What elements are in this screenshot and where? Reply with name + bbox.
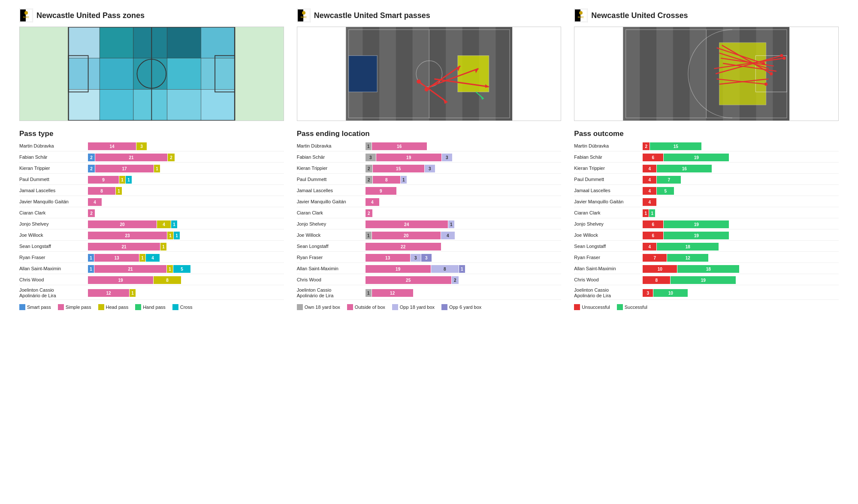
player-name: Jonjo Shelvey bbox=[19, 221, 88, 227]
player-name: Ryan Fraser bbox=[19, 255, 88, 260]
svg-rect-11 bbox=[100, 58, 133, 90]
svg-rect-9 bbox=[201, 27, 235, 58]
panel-title-text-1: Newcastle United Pass zones bbox=[36, 11, 145, 20]
legend-color-swatch bbox=[441, 304, 447, 310]
player-name: Martin Dúbravka bbox=[574, 143, 643, 149]
legend-label: Opp 6 yard box bbox=[449, 305, 481, 310]
bar-segment: 1 bbox=[167, 232, 173, 239]
main-container: NUFC Newcastle United Pass zones bbox=[0, 0, 858, 319]
svg-point-80 bbox=[783, 57, 786, 60]
bar-segment: 2 bbox=[88, 209, 95, 217]
bar-segment: 1 bbox=[139, 254, 145, 262]
panel-crosses: NUFC Newcastle United Crosses bbox=[568, 9, 845, 310]
newcastle-crest-1: NUFC bbox=[19, 9, 33, 22]
player-row: Ciaran Clark11 bbox=[574, 208, 839, 218]
player-name: Jamaal Lascelles bbox=[297, 188, 366, 193]
svg-point-49 bbox=[424, 87, 429, 91]
legend-item: Smart pass bbox=[19, 304, 51, 310]
bar-segment: 25 bbox=[366, 276, 451, 284]
legend-item: Simple pass bbox=[58, 304, 91, 310]
legend-color-swatch bbox=[135, 304, 141, 310]
svg-rect-66 bbox=[719, 42, 766, 105]
bar-container: 112 bbox=[366, 289, 562, 297]
bar-segment: 4 bbox=[88, 198, 102, 206]
bar-segment: 8 bbox=[431, 265, 459, 273]
legend-color-swatch bbox=[347, 304, 353, 310]
svg-point-81 bbox=[780, 54, 783, 57]
newcastle-crest-3: NUFC bbox=[574, 9, 588, 22]
bar-container: 9 bbox=[366, 187, 562, 195]
player-row: Martin Dúbravka143 bbox=[19, 142, 284, 151]
bar-segment: 19 bbox=[664, 232, 729, 239]
svg-rect-16 bbox=[100, 89, 133, 121]
bar-segment: 4 bbox=[643, 243, 656, 250]
bar-container: 241 bbox=[366, 220, 562, 228]
bar-segment: 20 bbox=[372, 232, 441, 239]
bar-segment: 7 bbox=[643, 254, 667, 262]
legend-2: Own 18 yard boxOutside of boxOpp 18 yard… bbox=[297, 304, 562, 310]
player-name: Javier Manquillo Gaitán bbox=[574, 199, 643, 205]
bar-segment: 16 bbox=[657, 165, 712, 172]
player-row: Chris Wood252 bbox=[297, 275, 562, 285]
bar-segment: 2 bbox=[452, 276, 459, 284]
player-name: Paul Dummett bbox=[574, 177, 643, 182]
bar-segment: 18 bbox=[677, 265, 739, 273]
bar-segment: 8 bbox=[154, 276, 181, 284]
legend-color-swatch bbox=[172, 304, 178, 310]
bar-segment: 21 bbox=[88, 243, 160, 250]
smart-passes-pitch bbox=[297, 27, 562, 121]
bar-segment: 10 bbox=[643, 265, 677, 273]
bar-container: 2212 bbox=[88, 154, 284, 161]
player-row: Allan Saint-Maximin1018 bbox=[574, 264, 839, 274]
bar-segment: 3 bbox=[136, 142, 147, 150]
bar-container: 2041 bbox=[88, 220, 284, 228]
bar-container: 310 bbox=[643, 289, 839, 297]
player-row: Martin Dúbravka215 bbox=[574, 142, 839, 151]
svg-point-56 bbox=[579, 11, 583, 15]
player-name: Kieran Trippier bbox=[574, 166, 643, 171]
player-row: Chris Wood819 bbox=[574, 275, 839, 285]
legend-color-swatch bbox=[58, 304, 64, 310]
player-row: Kieran Trippier2153 bbox=[297, 164, 562, 174]
bar-segment: 17 bbox=[95, 165, 154, 172]
player-name: Ryan Fraser bbox=[574, 255, 643, 260]
bar-segment: 19 bbox=[88, 276, 153, 284]
player-name: Fabian Schär bbox=[297, 154, 366, 160]
svg-rect-14 bbox=[201, 58, 235, 90]
legend-label: Opp 18 yard box bbox=[400, 305, 435, 310]
bar-container: 911 bbox=[88, 176, 284, 184]
player-row: Allan Saint-Maximin1981 bbox=[297, 264, 562, 274]
bar-segment: 12 bbox=[667, 254, 708, 262]
player-name: Jamaal Lascelles bbox=[19, 188, 88, 193]
svg-rect-32 bbox=[379, 27, 396, 121]
player-row: Martin Dúbravka116 bbox=[297, 142, 562, 151]
panel-pass-zones: NUFC Newcastle United Pass zones bbox=[13, 9, 290, 310]
bar-segment: 16 bbox=[372, 142, 427, 150]
bar-segment: 2 bbox=[643, 142, 650, 150]
bar-segment: 3 bbox=[425, 165, 435, 172]
bar-container: 1333 bbox=[366, 254, 562, 262]
player-list-1: Martin Dúbravka143Fabian Schär2212Kieran… bbox=[19, 142, 284, 300]
player-row: Jamaal Lascelles45 bbox=[574, 186, 839, 196]
bar-segment: 8 bbox=[373, 176, 400, 184]
player-name: Sean Longstaff bbox=[297, 244, 366, 249]
bar-container: 819 bbox=[643, 276, 839, 284]
svg-point-77 bbox=[762, 62, 765, 65]
bar-segment: 23 bbox=[88, 232, 167, 239]
bar-container: 619 bbox=[643, 220, 839, 228]
legend-item: Head pass bbox=[98, 304, 129, 310]
legend-label: Head pass bbox=[106, 305, 129, 310]
bar-segment: 6 bbox=[643, 154, 663, 161]
legend-label: Smart pass bbox=[27, 305, 51, 310]
panel-title-text-2: Newcastle United Smart passes bbox=[314, 11, 430, 20]
player-row: Jonjo Shelvey619 bbox=[574, 220, 839, 229]
player-row: Chris Wood198 bbox=[19, 275, 284, 285]
bar-segment: 1 bbox=[366, 289, 372, 297]
bar-container: 211 bbox=[88, 243, 284, 250]
svg-rect-39 bbox=[348, 56, 377, 92]
crosses-svg bbox=[574, 27, 838, 121]
legend-color-swatch bbox=[98, 304, 104, 310]
bar-segment: 12 bbox=[88, 289, 129, 297]
svg-rect-12 bbox=[133, 58, 167, 90]
player-row: Ciaran Clark2 bbox=[19, 208, 284, 218]
